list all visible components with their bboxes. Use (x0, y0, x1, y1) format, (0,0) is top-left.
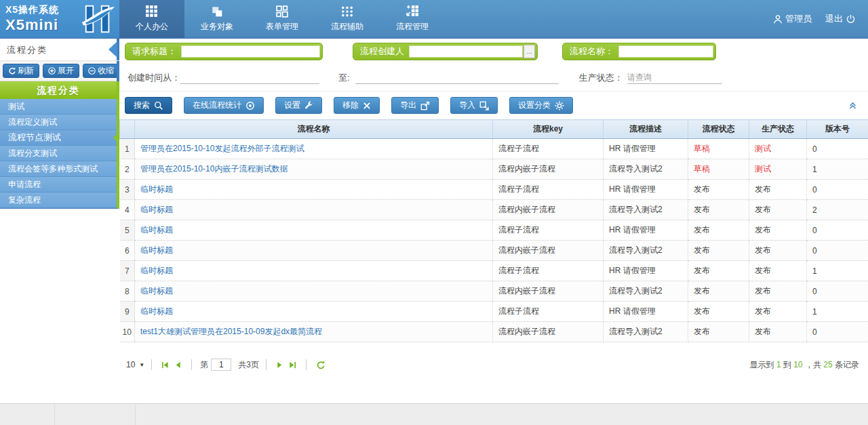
process-link[interactable]: 临时标题 (140, 266, 173, 275)
caret-down-icon: ▼ (139, 362, 144, 368)
cell-name: 临时标题 (135, 220, 493, 241)
row-number: 5 (120, 220, 135, 241)
records-total: 25 (823, 360, 832, 369)
toolbar-button[interactable]: 设置 (275, 97, 322, 114)
sidebar-panel-title: 流程分类 (0, 39, 119, 61)
process-link[interactable]: 管理员在2015-10-10内嵌子流程测试数据 (140, 164, 288, 174)
prod-state-input[interactable] (627, 72, 722, 84)
nav-tab[interactable]: 个人办公 (119, 0, 184, 38)
last-page-button[interactable] (289, 361, 296, 369)
cell-version: 2 (807, 200, 868, 220)
category-item-label: 流程节点测试 (8, 132, 61, 142)
cell-state: 草稿 (688, 159, 749, 180)
category-item[interactable]: 流程分支测试 (0, 146, 117, 161)
cell-key: 流程内嵌子流程 (493, 322, 604, 342)
nav-tab[interactable]: 表单管理 (250, 0, 315, 38)
import-icon (479, 101, 489, 110)
filter-row-1: 请求标题： 流程创建人 … 流程名称： (119, 39, 868, 64)
cell-desc: HR 请假管理 (604, 261, 688, 281)
category-item[interactable]: 流程定义测试 (0, 115, 117, 130)
sidebar-tool-button[interactable]: 刷新 (3, 64, 39, 78)
cell-desc: 流程导入测试2 (604, 281, 688, 302)
page-footer (0, 403, 868, 425)
logout-button[interactable]: 退出 (825, 13, 856, 25)
toolbar-button[interactable]: 导入 (450, 97, 498, 114)
process-link[interactable]: 临时标题 (140, 245, 173, 255)
sidebar-collapse-icon[interactable] (108, 41, 117, 58)
nav-tab[interactable]: 流程管理 (380, 0, 445, 38)
prev-page-button[interactable] (174, 361, 182, 369)
toolbar-button[interactable]: 在线流程统计 (184, 97, 264, 114)
user-menu[interactable]: 管理员 (773, 13, 812, 25)
table-row: 3 临时标题 流程子流程 HR 请假管理 发布 发布 0 (120, 180, 868, 200)
next-page-button[interactable] (276, 361, 283, 369)
sidebar-tool-label: 刷新 (18, 65, 34, 77)
target-icon (245, 101, 255, 110)
col-desc: 流程描述 (604, 120, 688, 139)
category-item[interactable]: 测试 (0, 99, 117, 115)
cell-desc: HR 请假管理 (604, 180, 688, 200)
toolbar-button[interactable]: 搜索 (125, 97, 172, 114)
main-nav: 个人办公 业务对象 表单管理 流程辅助 流程管理 (119, 0, 445, 38)
date-from-input[interactable] (180, 72, 319, 84)
cell-key: 流程子流程 (493, 180, 604, 200)
col-prod: 生产状态 (749, 120, 807, 139)
process-link[interactable]: 临时标题 (140, 306, 173, 316)
toolbar-button[interactable]: 设置分类 (509, 97, 573, 114)
table-row: 8 临时标题 流程内嵌子流程 流程导入测试2 发布 发布 0 (120, 281, 868, 302)
process-link[interactable]: 临时标题 (140, 225, 173, 235)
cell-version: 0 (807, 281, 868, 302)
request-title-filter: 请求标题： (125, 43, 323, 60)
process-link[interactable]: test1大雄测试管理员在2015-10-09发起dx最简流程 (140, 327, 322, 336)
date-to-input[interactable] (355, 72, 559, 84)
nav-tab[interactable]: 业务对象 (184, 0, 250, 38)
sidebar-tool-button[interactable]: 收缩 (83, 64, 119, 78)
category-group-title: 流程分类 (0, 81, 117, 99)
nav-tab[interactable]: 流程辅助 (315, 0, 380, 38)
page-number-input[interactable] (211, 359, 231, 371)
category-item[interactable]: 流程会签等多种形式测试 (0, 161, 117, 177)
table-row: 6 临时标题 流程内嵌子流程 流程导入测试2 发布 发布 0 (120, 241, 868, 261)
process-link[interactable]: 临时标题 (140, 205, 173, 214)
cell-prod: 发布 (749, 281, 807, 302)
cell-key: 流程内嵌子流程 (493, 200, 604, 220)
row-number: 4 (120, 200, 135, 220)
flow-icon (406, 5, 418, 18)
cell-state: 发布 (688, 200, 749, 220)
row-number: 2 (120, 159, 135, 180)
category-item[interactable]: 复杂流程 (0, 193, 117, 208)
flow-name-filter: 流程名称： (562, 43, 716, 60)
sidebar-tool-button[interactable]: 展开 (43, 64, 79, 78)
toolbar-button[interactable]: 导出 (391, 97, 439, 114)
creator-input[interactable] (409, 45, 523, 58)
process-link[interactable]: 临时标题 (140, 286, 173, 296)
col-key: 流程key (493, 120, 604, 139)
logo-title: X5操作系统 (5, 4, 59, 16)
cell-prod: 发布 (749, 261, 807, 281)
reload-grid-button[interactable] (316, 361, 325, 369)
category-item-label: 测试 (8, 102, 24, 111)
row-number: 3 (120, 180, 135, 200)
cell-prod: 测试 (749, 139, 807, 159)
minus-icon (88, 67, 96, 75)
table-row: 2 管理员在2015-10-10内嵌子流程测试数据 流程内嵌子流程 流程导入测试… (120, 159, 868, 180)
category-item[interactable]: 申请流程 (0, 177, 117, 193)
row-number: 9 (120, 302, 135, 322)
category-item-label: 申请流程 (8, 180, 41, 189)
cell-key: 流程子流程 (493, 302, 604, 322)
search-icon (154, 101, 163, 110)
creator-picker-button[interactable]: … (524, 45, 535, 58)
col-state: 流程状态 (688, 120, 749, 139)
category-item[interactable]: 流程节点测试 (0, 130, 117, 146)
collapse-panel-icon[interactable] (848, 100, 858, 110)
toolbar-button[interactable]: 移除 (334, 97, 380, 114)
cell-name: 临时标题 (135, 241, 493, 261)
flow-name-input[interactable] (618, 45, 713, 58)
cell-name: 管理员在2015-10-10发起流程外部子流程测试 (135, 139, 493, 159)
page-size-select[interactable]: 10 ▼ (126, 360, 144, 369)
process-link[interactable]: 管理员在2015-10-10发起流程外部子流程测试 (140, 144, 304, 153)
wrench-icon (304, 101, 313, 110)
process-link[interactable]: 临时标题 (140, 184, 173, 194)
request-title-input[interactable] (181, 45, 320, 58)
first-page-button[interactable] (161, 361, 169, 369)
